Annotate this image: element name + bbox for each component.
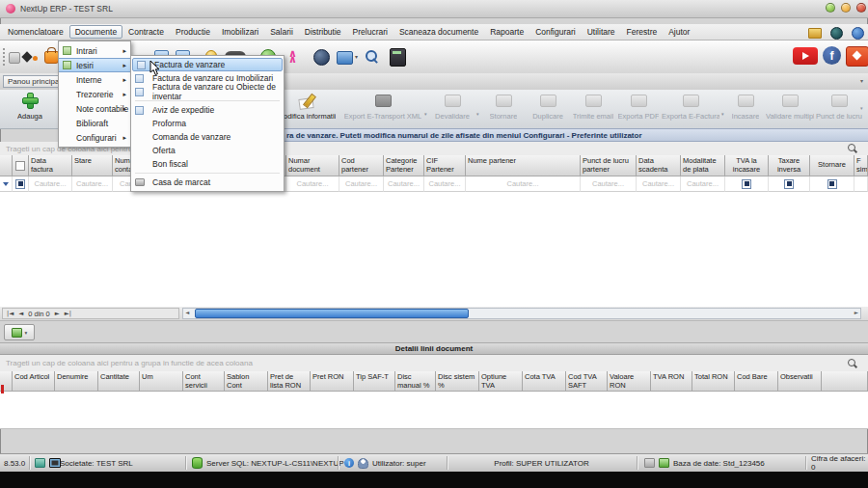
menu-item-iesiri[interactable]: Iesiri ▸ — [59, 58, 130, 72]
menu-item-note-contabile[interactable]: Note contabile ▸ — [59, 101, 130, 116]
menu-item-configurari[interactable]: Configurari ▸ — [59, 130, 130, 145]
menu-nomenclatoare[interactable]: Nomenclatoare — [2, 25, 69, 39]
next-page-button[interactable]: ► — [55, 310, 60, 317]
toolbar-grip[interactable] — [3, 48, 8, 66]
tool-diamond-icon[interactable] — [21, 51, 32, 62]
submenu-proforma[interactable]: Proforma — [131, 117, 284, 130]
col-tip-saft[interactable]: Tip SAF-T — [354, 371, 395, 392]
export-etransport-button[interactable]: Export E-Transport XML — [343, 92, 422, 126]
filter-data-factura[interactable]: Cautare... — [29, 176, 72, 192]
filter-punct-lucru[interactable]: Cautare... — [581, 176, 637, 192]
menu-contracte[interactable]: Contracte — [122, 25, 170, 39]
ribbon-overflow-icon[interactable]: ▾ — [860, 105, 863, 111]
validare-multiple-button[interactable]: Validare multiple — [766, 92, 814, 126]
documents-grid-body[interactable] — [0, 192, 868, 308]
menu-imobilizari[interactable]: Imobilizari — [216, 25, 264, 39]
last-page-button[interactable]: ►| — [65, 310, 71, 317]
checkbox-filled-icon[interactable] — [784, 179, 794, 189]
brand-launcher-icon[interactable] — [846, 46, 868, 67]
col-observatii[interactable]: Observatii — [778, 371, 822, 392]
submenu-oferta[interactable]: Oferta — [131, 144, 284, 157]
submenu-bon-fiscal[interactable]: Bon fiscal — [131, 157, 284, 171]
shopping-bag-icon[interactable] — [44, 51, 59, 64]
menu-item-biblioraft[interactable]: Biblioraft — [59, 116, 130, 130]
filter-nume-partener[interactable]: Cautare... — [466, 176, 581, 192]
filter-taxare-inversa[interactable] — [769, 176, 810, 192]
column-header-modalitate-plata[interactable]: Modalitate de plata — [681, 155, 725, 176]
column-header-categorie-partener[interactable]: Categorie Partener — [384, 155, 424, 176]
column-header-nume-partener[interactable]: Nume partener — [466, 155, 581, 176]
checkbox-empty-icon[interactable] — [15, 161, 25, 171]
filter-cod-partener[interactable]: Cautare... — [339, 176, 384, 192]
col-pret-ron[interactable]: Pret RON — [311, 371, 354, 392]
menu-item-trezorerie[interactable]: Trezorerie ▸ — [59, 87, 130, 101]
menu-item-interne[interactable]: Interne ▸ — [59, 72, 130, 87]
col-um[interactable]: Um — [140, 371, 183, 392]
collapse-chevrons-icon[interactable]: ∧∧ — [288, 50, 297, 62]
archive-box-icon[interactable] — [337, 51, 353, 65]
submenu-aviz-de-expeditie[interactable]: Aviz de expeditie — [131, 103, 284, 117]
menu-ferestre[interactable]: Ferestre — [621, 25, 664, 39]
col-cota-tva[interactable]: Cota TVA — [523, 371, 566, 392]
column-header-stornare[interactable]: Stornare — [810, 155, 854, 176]
calculator-icon[interactable] — [390, 48, 406, 67]
exporta-efactura-button[interactable]: Exporta E-Factura — [662, 92, 719, 126]
column-header-partial[interactable]: F sim — [854, 155, 868, 176]
column-header-tva-incasare[interactable]: TVA la incasare — [725, 155, 769, 176]
menu-configurari[interactable]: Configurari — [529, 25, 582, 39]
submenu-comanda-de-vanzare[interactable]: Comanda de vanzare — [131, 130, 284, 144]
trimite-email-button[interactable]: Trimite email — [571, 92, 615, 126]
detail-grid-body[interactable] — [0, 392, 868, 429]
menu-utilitare[interactable]: Utilitare — [582, 25, 621, 39]
menu-ajutor[interactable]: Ajutor — [663, 25, 695, 39]
tool-generic-icon[interactable] — [9, 52, 20, 64]
column-header-numar-document[interactable]: Numar document — [286, 155, 339, 176]
archive-dropdown-icon[interactable]: ▾ — [355, 53, 358, 60]
dropdown-arrow-icon[interactable]: ▾ — [424, 111, 427, 117]
column-header-data-factura[interactable]: Data factura — [29, 155, 72, 176]
menu-prelucrari[interactable]: Prelucrari — [347, 25, 393, 39]
menu-rapoarte[interactable]: Rapoarte — [484, 25, 529, 39]
col-cod-tva-saft[interactable]: Cod TVA SAFT — [566, 371, 608, 392]
filter-modalitate-plata[interactable]: Cautare... — [681, 176, 725, 192]
column-header-stare[interactable]: Stare — [72, 155, 113, 176]
filter-select-cell[interactable] — [13, 176, 29, 192]
filter-partial[interactable] — [854, 176, 868, 192]
column-header-punct-lucru[interactable]: Punct de lucru partener — [581, 155, 637, 176]
filter-data-scadenta[interactable]: Cautare... — [637, 176, 681, 192]
funnel-icon[interactable] — [3, 182, 9, 186]
filter-stornare[interactable] — [810, 176, 854, 192]
col-disc-sistem[interactable]: Disc sistem % — [436, 371, 479, 392]
dark-globe-icon[interactable] — [313, 49, 330, 66]
detail-search-icon[interactable] — [847, 358, 858, 369]
column-header-taxare-inversa[interactable]: Taxare inversa — [769, 155, 810, 176]
menu-productie[interactable]: Productie — [170, 25, 216, 39]
col-valoare-ron[interactable]: Valoare RON — [608, 371, 651, 392]
menu-item-intrari[interactable]: Intrari ▸ — [59, 43, 130, 58]
punct-de-lucru-button[interactable]: Punct de lucru — [816, 92, 862, 126]
filter-funnel-cell[interactable] — [0, 176, 13, 192]
scrollbar-thumb[interactable] — [195, 309, 469, 318]
dropdown-arrow-icon[interactable]: ▾ — [476, 111, 479, 117]
scroll-left-icon[interactable]: ◄ — [185, 310, 189, 315]
col-optiune-tva[interactable]: Optiune TVA — [479, 371, 523, 392]
column-header-cod-partener[interactable]: Cod partener — [339, 155, 384, 176]
menu-documente[interactable]: Documente — [69, 25, 122, 39]
filter-cif-partener[interactable]: Cautare... — [424, 176, 466, 192]
col-cod-bare[interactable]: Cod Bare — [735, 371, 778, 392]
column-header-data-scadenta[interactable]: Data scadenta — [637, 155, 681, 176]
help-icon[interactable] — [852, 27, 864, 40]
search-document-icon[interactable] — [365, 49, 380, 65]
folder-search-icon[interactable] — [808, 28, 822, 39]
prev-page-button[interactable]: ◄ — [18, 310, 23, 317]
col-pret-lista[interactable]: Pret de lista RON — [268, 371, 311, 392]
minimize-button[interactable] — [826, 3, 835, 13]
devalidare-button[interactable]: Devalidare — [430, 92, 475, 126]
globe-icon[interactable] — [830, 27, 843, 40]
incasare-button[interactable]: Incasare — [727, 92, 764, 126]
col-denumire[interactable]: Denumire — [55, 371, 98, 392]
col-cod-articol[interactable]: Cod Articol — [13, 371, 55, 392]
checkbox-filled-icon[interactable] — [15, 179, 25, 189]
col-sablon-cont[interactable]: Sablon Cont — [225, 371, 268, 392]
col-tva-ron[interactable]: TVA RON — [651, 371, 692, 392]
